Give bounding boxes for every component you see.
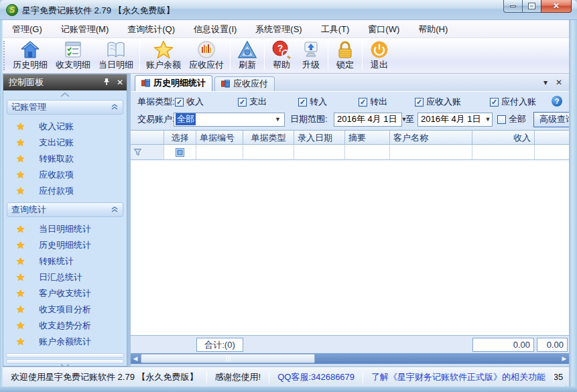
lock-button[interactable]: 锁定: [330, 38, 360, 73]
sidebar-item-receivable[interactable]: ★应收款项: [7, 167, 123, 183]
pin-icon[interactable]: [100, 78, 113, 88]
filter-select-cell[interactable]: [164, 145, 196, 160]
group-bookkeeping: 记账管理 ★收入记账 ★支出记账 ★转账取款 ★应收款项 ★应付款项: [7, 100, 123, 199]
panel-collapse-handle[interactable]: [3, 90, 127, 99]
menu-info-settings[interactable]: 信息设置(I): [184, 20, 246, 38]
sidebar-item-project-analysis[interactable]: ★收支项目分析: [7, 302, 123, 318]
filter-cell[interactable]: [294, 145, 345, 160]
tab-history-detail-stats[interactable]: 历史明细统计: [135, 75, 212, 91]
sidebar-item-transfer-stats[interactable]: ★转账统计: [7, 253, 123, 269]
scroll-left-icon[interactable]: ◀: [131, 353, 140, 364]
checkbox-expense[interactable]: ✓支出: [238, 96, 267, 108]
window-border-bottom: [0, 387, 577, 392]
checkbox-income[interactable]: ✓收入: [175, 96, 204, 108]
tab-receivable-payable[interactable]: 应收应付: [214, 76, 275, 91]
chevron-up-icon: [111, 206, 119, 213]
menu-manage[interactable]: 管理(G): [3, 20, 52, 38]
filter-cell[interactable]: [390, 145, 472, 160]
minimize-button[interactable]: [503, 0, 523, 13]
refresh-button[interactable]: 刷新: [233, 38, 262, 73]
group-bookkeeping-header[interactable]: 记账管理: [7, 100, 123, 115]
sidebar-item-history-detail-stats[interactable]: ★历史明细统计: [7, 237, 123, 253]
chevron-down-icon: ▼: [481, 116, 491, 123]
filter-cell[interactable]: [243, 145, 294, 160]
income-expense-detail-button[interactable]: 收支明细: [52, 38, 94, 73]
status-pro-version-link[interactable]: 了解《星宇财务记账软件正式版》的相关功能: [363, 371, 554, 383]
col-income[interactable]: 收入: [472, 131, 535, 144]
sidebar-item-expense-entry[interactable]: ★支出记账: [7, 135, 123, 151]
help-icon[interactable]: ?: [552, 96, 562, 107]
horizontal-scrollbar[interactable]: ◀ ▶: [131, 353, 569, 364]
filter-cell[interactable]: [535, 145, 569, 160]
sidebar-item-balance-stats[interactable]: ★账户余额统计: [7, 334, 123, 350]
restore-button[interactable]: [523, 0, 541, 13]
col-entry-date[interactable]: 录入日期: [294, 131, 345, 144]
filter-funnel-cell[interactable]: [131, 145, 164, 160]
col-row-indicator[interactable]: [131, 131, 164, 144]
sidebar-item-transfer-withdraw[interactable]: ★转账取款: [7, 151, 123, 167]
restore-icon: [529, 3, 535, 9]
menu-bookkeeping[interactable]: 记账管理(M): [52, 20, 119, 38]
col-select[interactable]: 选择: [164, 131, 196, 144]
select-filter-icon: [176, 148, 184, 157]
total-count-cell: 合计:(0): [196, 338, 243, 352]
panel-close-icon[interactable]: ✕: [113, 78, 127, 87]
sidebar-item-daily-summary-stats[interactable]: ★日汇总统计: [7, 269, 123, 285]
toolbar-grip[interactable]: [3, 41, 8, 70]
chevron-down-icon[interactable]: [3, 364, 127, 367]
sidebar-item-customer-stats[interactable]: ★客户收支统计: [7, 285, 123, 302]
sidebar-item-trend-analysis[interactable]: ★收支趋势分析: [7, 318, 123, 334]
menu-query-stats[interactable]: 查询统计(Q): [118, 20, 184, 38]
menu-system[interactable]: 系统管理(S): [246, 20, 311, 38]
advanced-query-button[interactable]: 高级查询: [533, 112, 569, 127]
date-to-picker[interactable]: 2016年 4月 1日 ▼: [418, 113, 493, 127]
resize-grip[interactable]: [566, 378, 567, 387]
checkbox-transfer-in[interactable]: ✓转入: [298, 96, 327, 108]
daily-detail-button[interactable]: 当日明细: [94, 38, 137, 73]
menu-help[interactable]: 帮助(H): [409, 20, 457, 38]
history-detail-button[interactable]: 历史明细: [9, 38, 52, 73]
tab-list-dropdown-icon[interactable]: ▾: [543, 78, 548, 87]
table-body-empty[interactable]: [131, 160, 569, 335]
group-title: 记账管理: [11, 101, 111, 113]
group-query-stats: 查询统计 ★当日明细统计 ★历史明细统计 ★转账统计 ★日汇总统计 ★客户收支统…: [7, 202, 123, 350]
checkbox-all-dates[interactable]: 全部: [497, 113, 526, 125]
help-button[interactable]: ? 帮助: [267, 38, 296, 73]
receivable-payable-button[interactable]: 应收应付: [185, 38, 228, 73]
star-icon: [153, 40, 174, 59]
col-doc-type[interactable]: 单据类型: [243, 131, 294, 144]
filter-cell[interactable]: [345, 145, 390, 160]
tab-close-icon[interactable]: ✕: [556, 78, 562, 87]
scrollbar-thumb[interactable]: [141, 354, 315, 363]
sidebar-item-income-entry[interactable]: ★收入记账: [7, 119, 123, 135]
menu-window[interactable]: 窗口(W): [359, 20, 409, 38]
filter-cell[interactable]: [472, 145, 535, 160]
status-qq-service-link[interactable]: QQ客服:342686679: [269, 371, 363, 383]
group-query-stats-header[interactable]: 查询统计: [7, 202, 123, 217]
sidebar-item-daily-detail-stats[interactable]: ★当日明细统计: [7, 221, 123, 237]
checkbox-label: 应付入账: [501, 96, 536, 108]
col-customer-name[interactable]: 客户名称: [390, 131, 472, 144]
star-icon: ★: [16, 287, 31, 300]
scroll-right-icon[interactable]: ▶: [560, 353, 569, 364]
date-from-picker[interactable]: 2016年 4月 1日 ▼: [334, 113, 402, 127]
menu-tools[interactable]: 工具(T): [312, 20, 359, 38]
checkbox-receivable-posted[interactable]: ✓应收入账: [415, 96, 461, 108]
account-select[interactable]: 全部 ▼: [174, 113, 285, 127]
checkbox-payable-posted[interactable]: ✓应付入账: [490, 96, 536, 108]
filter-row-account-date: 交易账户: 全部 ▼ 日期范围: 2016年 4月 1日 ▼ 至 2016年 4…: [131, 111, 569, 128]
filter-cell[interactable]: [196, 145, 243, 160]
exit-button[interactable]: 退出: [365, 38, 394, 73]
close-button[interactable]: ✕: [541, 0, 572, 13]
toolbar-label: 应收应付: [189, 59, 224, 71]
star-icon: ★: [16, 137, 31, 149]
sidebar-item-label: 转账取款: [39, 153, 74, 165]
col-summary[interactable]: 摘要: [345, 131, 390, 144]
col-doc-number[interactable]: 单据编号: [196, 131, 243, 144]
question-icon: ?: [271, 40, 292, 59]
sidebar-item-label: 收入记账: [39, 121, 74, 133]
sidebar-item-payable[interactable]: ★应付款项: [7, 183, 123, 199]
upgrade-button[interactable]: 升级: [296, 38, 326, 73]
checkbox-transfer-out[interactable]: ✓转出: [359, 96, 387, 108]
account-balance-button[interactable]: 账户余额: [142, 38, 185, 73]
